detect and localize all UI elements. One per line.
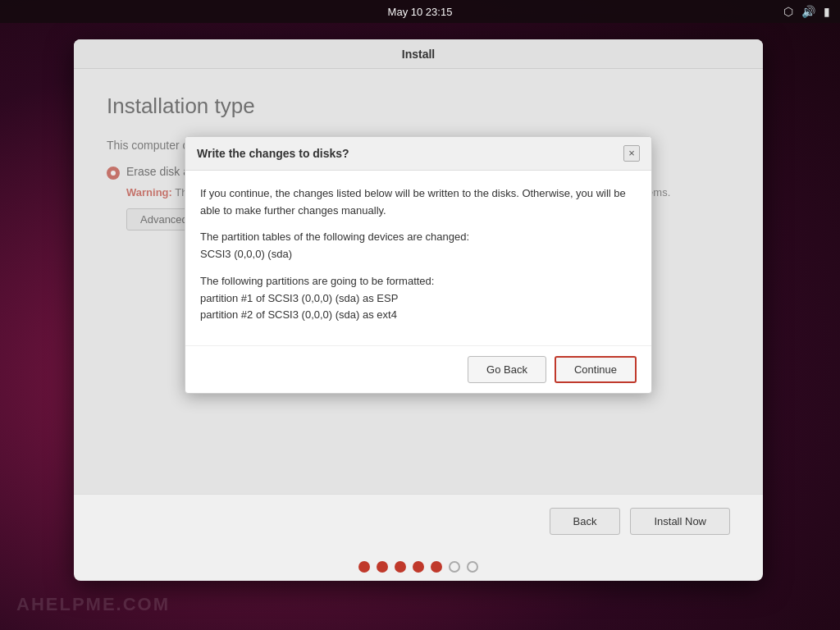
progress-dot-3: [395, 561, 406, 573]
desktop-background: May 10 23:15 ⬡ 🔊 ▮ Install Installation …: [0, 0, 840, 630]
write-changes-dialog: Write the changes to disks? × If you con…: [185, 136, 652, 395]
dialog-titlebar: Write the changes to disks? ×: [185, 137, 651, 171]
window-titlebar: Install: [74, 39, 763, 69]
dialog-body-partition-header: The partition tables of the following de…: [200, 229, 637, 263]
go-back-button[interactable]: Go Back: [468, 356, 546, 383]
progress-dot-2: [377, 561, 388, 573]
progress-dot-1: [358, 561, 370, 573]
body-line1-text: If you continue, the changes listed belo…: [200, 187, 626, 217]
network-icon: ⬡: [783, 5, 793, 18]
dialog-close-button[interactable]: ×: [623, 145, 640, 162]
window-title: Install: [402, 48, 435, 61]
dialog-overlay: Write the changes to disks? × If you con…: [74, 69, 763, 494]
installer-window: Install Installation type This computer …: [74, 39, 763, 581]
back-button[interactable]: Back: [550, 508, 621, 535]
topbar: May 10 23:15 ⬡ 🔊 ▮: [0, 0, 840, 23]
datetime-label: May 10 23:15: [388, 6, 453, 18]
progress-dot-6: [449, 561, 460, 573]
bottom-bar: Back Install Now: [74, 494, 763, 548]
window-content: Installation type This computer currentl…: [74, 69, 763, 494]
topbar-right: ⬡ 🔊 ▮: [783, 5, 830, 18]
device-text: SCSI3 (0,0,0) (sda): [200, 248, 292, 260]
continue-button[interactable]: Continue: [555, 356, 637, 383]
body-line3-text: The following partitions are going to be…: [200, 275, 434, 287]
dialog-body: If you continue, the changes listed belo…: [185, 171, 651, 346]
battery-icon: ▮: [824, 5, 830, 18]
install-now-button[interactable]: Install Now: [630, 508, 730, 535]
progress-dot-5: [431, 561, 442, 573]
watermark: AHELPME.COM: [16, 594, 170, 615]
dialog-body-format-info: The following partitions are going to be…: [200, 273, 637, 324]
volume-icon: 🔊: [801, 5, 815, 18]
close-icon: ×: [628, 147, 635, 159]
partition2-text: partition #2 of SCSI3 (0,0,0) (sda) as e…: [200, 308, 397, 321]
progress-dot-7: [467, 561, 478, 573]
partition1-text: partition #1 of SCSI3 (0,0,0) (sda) as E…: [200, 292, 398, 304]
dialog-title: Write the changes to disks?: [197, 147, 349, 160]
progress-dot-4: [413, 561, 424, 573]
progress-dots: [74, 548, 763, 581]
body-line2-text: The partition tables of the following de…: [200, 231, 469, 243]
dialog-body-line1: If you continue, the changes listed belo…: [200, 185, 637, 220]
dialog-footer: Go Back Continue: [185, 345, 651, 393]
